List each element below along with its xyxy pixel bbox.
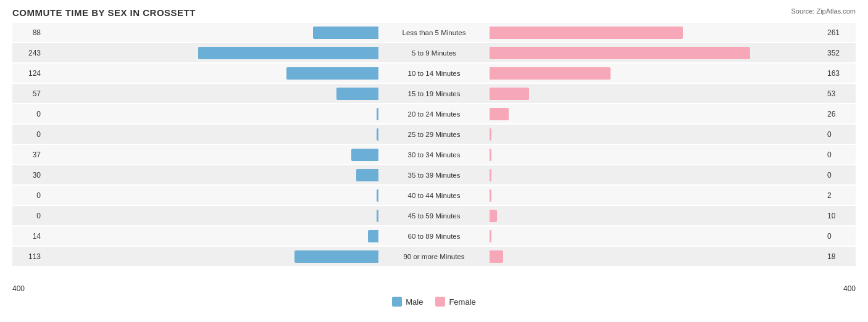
- chart-row: 124 10 to 14 Minutes 163: [12, 64, 856, 83]
- chart-row: 30 35 to 39 Minutes 0: [12, 165, 856, 184]
- female-value: 53: [825, 89, 856, 98]
- female-bar: [490, 149, 491, 161]
- left-bar-area: [43, 128, 378, 141]
- left-bar-area: [43, 26, 378, 39]
- female-value: 163: [825, 69, 856, 78]
- bars-center: 20 to 24 Minutes: [43, 104, 825, 123]
- bars-center: 45 to 59 Minutes: [43, 206, 825, 225]
- chart-row: 88 Less than 5 Minutes 261: [12, 23, 856, 42]
- female-value: 0: [825, 232, 856, 241]
- right-bar-area: [490, 107, 825, 121]
- bars-center: 25 to 29 Minutes: [43, 125, 825, 144]
- bars-center: 10 to 14 Minutes: [43, 64, 825, 83]
- chart-row: 57 15 to 19 Minutes 53: [12, 84, 856, 103]
- female-bar: [490, 230, 491, 242]
- male-value: 243: [12, 49, 43, 57]
- chart-row: 113 90 or more Minutes 18: [12, 247, 856, 266]
- male-label: Male: [406, 297, 423, 307]
- male-value: 14: [12, 232, 43, 241]
- bars-center: 40 to 44 Minutes: [43, 186, 825, 205]
- left-bar-area: [43, 189, 378, 202]
- female-value: 0: [825, 130, 856, 139]
- female-value: 0: [825, 171, 856, 180]
- chart-area: 88 Less than 5 Minutes 261 243 5 to 9 Mi…: [12, 23, 856, 282]
- male-value: 113: [12, 252, 43, 261]
- female-bar: [490, 88, 529, 100]
- male-bar: [351, 149, 378, 161]
- female-bar: [490, 189, 491, 202]
- male-value: 0: [12, 110, 43, 118]
- left-bar-area: [43, 168, 378, 182]
- male-value: 0: [12, 191, 43, 200]
- female-bar: [490, 108, 509, 120]
- female-swatch: [435, 297, 445, 307]
- row-label: 90 or more Minutes: [378, 253, 490, 260]
- axis-left-label: 400: [12, 284, 25, 293]
- chart-row: 37 30 to 34 Minutes 0: [12, 145, 856, 164]
- row-label: Less than 5 Minutes: [378, 29, 490, 36]
- left-bar-area: [43, 250, 378, 263]
- chart-row: 14 60 to 89 Minutes 0: [12, 226, 856, 246]
- female-bar: [490, 67, 611, 80]
- male-swatch: [392, 297, 402, 307]
- right-bar-area: [490, 209, 825, 223]
- bars-center: 90 or more Minutes: [43, 247, 825, 266]
- female-value: 352: [825, 49, 856, 57]
- male-value: 0: [12, 212, 43, 220]
- legend-male: Male: [392, 297, 423, 307]
- right-bar-area: [490, 168, 825, 182]
- right-bar-area: [490, 46, 825, 60]
- bars-center: 35 to 39 Minutes: [43, 165, 825, 184]
- female-value: 18: [825, 252, 856, 261]
- female-bar: [490, 47, 750, 59]
- chart-container: COMMUTE TIME BY SEX IN CROSSETT Source: …: [0, 0, 868, 322]
- row-label: 10 to 14 Minutes: [378, 70, 490, 77]
- bars-center: Less than 5 Minutes: [43, 23, 825, 42]
- source-text: Source: ZipAtlas.com: [791, 7, 856, 15]
- row-label: 40 to 44 Minutes: [378, 192, 490, 199]
- female-value: 2: [825, 191, 856, 200]
- row-label: 5 to 9 Minutes: [378, 49, 490, 57]
- female-bar: [490, 250, 503, 263]
- row-label: 45 to 59 Minutes: [378, 212, 490, 220]
- right-bar-area: [490, 87, 825, 101]
- right-bar-area: [490, 128, 825, 141]
- female-value: 261: [825, 28, 856, 37]
- left-bar-area: [43, 148, 378, 162]
- male-bar: [286, 67, 378, 80]
- female-value: 26: [825, 110, 856, 118]
- male-bar: [368, 230, 378, 242]
- row-label: 30 to 34 Minutes: [378, 151, 490, 159]
- male-value: 30: [12, 171, 43, 180]
- left-bar-area: [43, 67, 378, 80]
- right-bar-area: [490, 250, 825, 263]
- male-value: 88: [12, 28, 43, 37]
- male-value: 124: [12, 69, 43, 78]
- chart-row: 0 25 to 29 Minutes 0: [12, 125, 856, 144]
- bars-center: 60 to 89 Minutes: [43, 226, 825, 246]
- legend: Male Female: [12, 297, 856, 307]
- chart-row: 0 40 to 44 Minutes 2: [12, 186, 856, 205]
- female-bar: [490, 169, 491, 181]
- axis-labels: 400 400: [12, 284, 856, 293]
- male-bar: [313, 27, 378, 39]
- right-bar-area: [490, 26, 825, 39]
- male-bar: [198, 47, 378, 59]
- row-label: 15 to 19 Minutes: [378, 90, 490, 97]
- right-bar-area: [490, 229, 825, 243]
- female-bar: [490, 27, 683, 39]
- female-value: 10: [825, 212, 856, 220]
- female-label: Female: [449, 297, 475, 307]
- axis-right-label: 400: [843, 284, 856, 293]
- male-bar: [294, 250, 378, 263]
- male-bar: [336, 88, 378, 100]
- female-bar: [490, 210, 497, 222]
- bars-center: 30 to 34 Minutes: [43, 145, 825, 164]
- chart-row: 243 5 to 9 Minutes 352: [12, 43, 856, 62]
- male-value: 57: [12, 89, 43, 98]
- row-label: 25 to 29 Minutes: [378, 131, 490, 138]
- right-bar-area: [490, 148, 825, 162]
- row-label: 60 to 89 Minutes: [378, 233, 490, 240]
- left-bar-area: [43, 107, 378, 121]
- left-bar-area: [43, 87, 378, 101]
